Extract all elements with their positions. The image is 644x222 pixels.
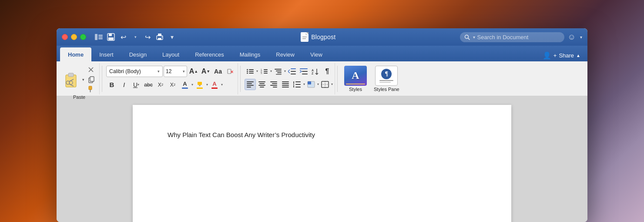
- search-dropdown-icon[interactable]: ▾: [473, 35, 475, 40]
- shading-button[interactable]: [305, 79, 317, 90]
- change-case-button[interactable]: Aa: [212, 66, 224, 77]
- paste-dropdown-icon[interactable]: ▾: [80, 71, 86, 88]
- svg-rect-54: [302, 74, 308, 74]
- styles-area: A Styles ¶ Styles Pan: [340, 60, 404, 98]
- decrease-indent-icon: [288, 68, 296, 74]
- undo-arrow-icon[interactable]: ▾: [131, 32, 140, 42]
- customize-icon[interactable]: ▾: [167, 32, 177, 42]
- emoji-button[interactable]: ☺: [568, 33, 576, 42]
- strikethrough-button[interactable]: abc: [143, 79, 154, 91]
- highlight-arrow[interactable]: ▾: [206, 83, 208, 87]
- share-button[interactable]: 👤 + Share ▲: [539, 50, 584, 61]
- decrease-font-button[interactable]: A▼: [200, 66, 211, 77]
- align-right-button[interactable]: [268, 79, 279, 90]
- multilevel-list-button[interactable]: [272, 66, 284, 77]
- styles-pane-circle: ¶: [381, 69, 392, 79]
- text-color-button[interactable]: A: [209, 79, 220, 91]
- line-spacing-button[interactable]: [292, 79, 303, 90]
- font-name-selector[interactable]: Calibri (Body) ▾: [106, 66, 163, 77]
- justify-button[interactable]: [280, 79, 291, 90]
- tab-review[interactable]: Review: [268, 47, 302, 61]
- svg-rect-61: [247, 87, 251, 87]
- text-color-label: A: [212, 81, 216, 87]
- tab-mailings[interactable]: Mailings: [232, 47, 268, 61]
- svg-rect-71: [282, 83, 289, 84]
- multilevel-icon: [274, 68, 282, 75]
- cut-button[interactable]: [87, 66, 96, 74]
- font-color-arrow[interactable]: ▾: [191, 83, 193, 87]
- bold-button[interactable]: B: [106, 79, 117, 91]
- svg-rect-25: [90, 77, 94, 81]
- numbering-arrow[interactable]: ▾: [270, 69, 272, 73]
- tab-design[interactable]: Design: [121, 47, 154, 61]
- svg-rect-45: [275, 69, 282, 70]
- font-name-arrow: ▾: [158, 69, 160, 74]
- emoji-dropdown-icon[interactable]: ▾: [580, 35, 582, 40]
- show-paragraph-button[interactable]: ¶: [322, 66, 333, 77]
- tab-layout[interactable]: Layout: [154, 47, 187, 61]
- tab-insert[interactable]: Insert: [91, 47, 121, 61]
- title-bar-right: ▾ Search in Document ☺ ▾: [460, 32, 582, 42]
- styles-pane-button[interactable]: ¶: [375, 66, 398, 86]
- styles-underline: [346, 84, 365, 84]
- italic-button[interactable]: I: [118, 79, 130, 91]
- align-center-button[interactable]: [256, 79, 268, 90]
- window-title: Blogpost: [311, 34, 335, 40]
- paste-label: Paste: [63, 94, 96, 100]
- multilevel-arrow[interactable]: ▾: [284, 69, 286, 73]
- increase-font-button[interactable]: A▲: [188, 66, 199, 77]
- svg-rect-36: [249, 69, 254, 70]
- numbering-icon: 1. 2. 3.: [260, 68, 268, 75]
- text-color-arrow[interactable]: ▾: [221, 83, 223, 87]
- sidebar-toggle-icon[interactable]: [94, 32, 104, 42]
- underline-button[interactable]: U ▾: [131, 79, 142, 91]
- svg-rect-72: [282, 85, 289, 86]
- title-bar-center: Blogpost: [180, 32, 456, 42]
- underline-arrow[interactable]: ▾: [138, 83, 139, 87]
- search-box[interactable]: ▾ Search in Document: [460, 32, 564, 42]
- styles-icon: A: [344, 66, 367, 86]
- redo-icon[interactable]: ↪: [143, 32, 152, 42]
- subscript-button[interactable]: X2: [155, 79, 166, 91]
- borders-arrow[interactable]: ▾: [331, 82, 333, 86]
- borders-button[interactable]: [319, 79, 331, 90]
- undo-icon[interactable]: ↩: [118, 32, 128, 42]
- svg-rect-8: [158, 34, 161, 36]
- minimize-button[interactable]: [71, 34, 77, 40]
- close-button[interactable]: [62, 34, 68, 40]
- numbering-button[interactable]: 1. 2. 3.: [258, 66, 270, 77]
- font-color-button[interactable]: A: [179, 79, 191, 91]
- maximize-button[interactable]: [80, 34, 86, 40]
- divider-3: [337, 66, 338, 92]
- svg-rect-52: [300, 68, 308, 69]
- text-color-bar: [211, 87, 218, 89]
- paste-button[interactable]: [63, 71, 79, 88]
- superscript-button[interactable]: X2: [167, 79, 178, 91]
- bullets-button[interactable]: [245, 66, 256, 77]
- align-left-button[interactable]: [245, 79, 256, 90]
- shading-arrow[interactable]: ▾: [317, 82, 319, 86]
- save-icon[interactable]: [106, 32, 116, 42]
- increase-indent-button[interactable]: [298, 66, 309, 77]
- styles-button[interactable]: A: [344, 66, 367, 86]
- format-painter-button[interactable]: [87, 85, 96, 94]
- clear-formatting-button[interactable]: [225, 66, 236, 77]
- line-spacing-arrow[interactable]: ▾: [303, 82, 305, 86]
- svg-rect-48: [276, 74, 282, 75]
- document-title: Why Plain Text Can Boost Any Writer’s Pr…: [168, 131, 476, 138]
- tab-home[interactable]: Home: [60, 47, 91, 61]
- ribbon-toolbar: ▾: [57, 61, 587, 96]
- highlight-button[interactable]: [194, 79, 205, 91]
- sort-button[interactable]: A Z: [310, 66, 321, 77]
- bullets-arrow[interactable]: ▾: [256, 69, 258, 73]
- svg-rect-13: [302, 38, 306, 39]
- word-window: ↩ ▾ ↪ ▾ Blogp: [57, 28, 587, 222]
- tab-references[interactable]: References: [187, 47, 231, 61]
- decrease-indent-button[interactable]: [286, 66, 298, 77]
- tab-view[interactable]: View: [302, 47, 330, 61]
- font-size-selector[interactable]: 12 ▾: [164, 66, 187, 77]
- styles-pane-button-group: ¶ Styles Pane: [371, 62, 402, 95]
- print-icon[interactable]: [155, 32, 164, 42]
- copy-button[interactable]: [87, 75, 96, 84]
- svg-rect-69: [273, 87, 277, 87]
